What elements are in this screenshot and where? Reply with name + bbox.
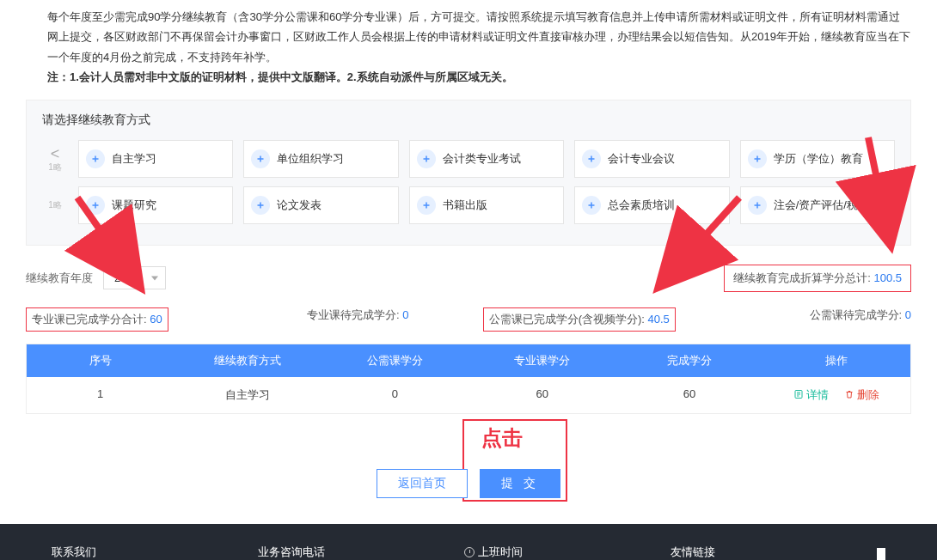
th-done: 完成学分 [615,353,762,368]
th-ops: 操作 [763,353,910,368]
method-training[interactable]: 总会素质培训 [574,186,729,224]
method-research[interactable]: 课题研究 [78,186,233,224]
footer: 联系我们 业务咨询电话 上班时间 友情链接 [0,524,937,560]
year-label: 继续教育年度 [26,271,93,286]
plus-icon [582,149,601,168]
footer-hours: 上班时间 [464,545,567,560]
footer-phone: 业务咨询电话 [258,545,361,560]
plus-icon [86,196,105,215]
footer-contact: 联系我们 [52,545,155,560]
records-table: 序号 继续教育方式 公需课学分 专业课学分 完成学分 操作 1 自主学习 0 6… [26,344,911,414]
detail-link[interactable]: 详情 [793,388,829,401]
plus-icon [417,149,436,168]
table-row: 1 自主学习 0 60 60 详情 删除 [27,377,910,413]
total-credits: 继续教育完成折算学分总计: 100.5 [724,265,911,292]
method-degree[interactable]: 学历（学位）教育 [740,140,895,178]
plus-icon [748,149,767,168]
submit-button[interactable]: 提 交 [480,469,560,498]
plus-icon [748,196,767,215]
plus-icon [251,149,270,168]
th-no: 序号 [27,353,174,368]
annotation-text: 点击 [481,424,523,452]
stat-pro-todo: 专业课待完成学分: 0 [248,307,469,332]
panel-title: 请选择继续教育方式 [42,113,895,128]
method-panel: 请选择继续教育方式 <1略 自主学习 单位组织学习 会计类专业考试 会计专业会议… [26,100,911,246]
stat-pub-todo: 公需课待完成学分: 0 [690,307,912,332]
method-meeting[interactable]: 会计专业会议 [574,140,729,178]
stat-pub-done: 公需课已完成学分(含视频学分): 40.5 [483,307,676,332]
method-org-study[interactable]: 单位组织学习 [243,140,398,178]
method-cpa[interactable]: 注会/资产评估/税务师 [740,186,895,224]
footer-qr [877,548,885,560]
carousel-spacer: 1略 [42,186,68,224]
intro-text: 每个年度至少需完成90学分继续教育（含30学分公需课和60学分专业课）后，方可提… [0,0,937,91]
method-paper[interactable]: 论文发表 [243,186,398,224]
plus-icon [86,149,105,168]
method-book[interactable]: 书籍出版 [409,186,564,224]
th-pub: 公需课学分 [322,353,468,368]
th-method: 继续教育方式 [174,353,321,368]
stat-pro-done: 专业课已完成学分合计: 60 [26,307,168,332]
delete-link[interactable]: 删除 [844,388,879,401]
plus-icon [251,196,270,215]
carousel-prev[interactable]: <1略 [42,140,68,178]
year-select[interactable]: 2022 [103,266,166,289]
plus-icon [417,196,436,215]
method-self-study[interactable]: 自主学习 [78,140,233,178]
clock-icon [464,547,475,557]
th-pro: 专业课学分 [468,353,615,368]
back-button[interactable]: 返回首页 [377,469,468,498]
method-exam[interactable]: 会计类专业考试 [409,140,564,178]
plus-icon [582,196,601,215]
footer-links: 友情链接 [671,545,774,560]
